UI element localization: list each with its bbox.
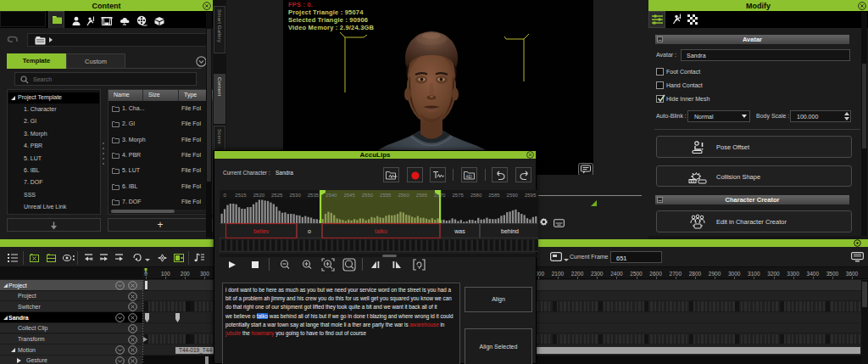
svg-text:behind: behind xyxy=(501,228,519,234)
svg-text:talko: talko xyxy=(375,228,387,234)
svg-text:2565: 2565 xyxy=(416,193,428,198)
svg-text:2560: 2560 xyxy=(398,193,409,198)
svg-text:was: was xyxy=(453,228,465,234)
svg-text:2520: 2520 xyxy=(253,193,265,198)
svg-text:2515: 2515 xyxy=(235,193,247,198)
svg-text:2550: 2550 xyxy=(362,193,374,198)
svg-text:2535: 2535 xyxy=(308,193,320,198)
svg-text:2555: 2555 xyxy=(380,193,392,198)
svg-text:o: o xyxy=(308,228,311,234)
svg-text:2575: 2575 xyxy=(453,193,465,198)
svg-text:2540: 2540 xyxy=(326,193,337,198)
svg-text:2595: 2595 xyxy=(525,193,537,198)
svg-text:AEI: AEI xyxy=(466,175,472,179)
svg-text:2580: 2580 xyxy=(470,193,482,198)
svg-text:believ: believ xyxy=(253,228,270,234)
svg-text:2585: 2585 xyxy=(488,193,500,198)
svg-text:2545: 2545 xyxy=(343,193,355,198)
svg-text:2590: 2590 xyxy=(507,193,519,198)
svg-text:2525: 2525 xyxy=(271,193,283,198)
svg-text:2530: 2530 xyxy=(289,193,301,198)
